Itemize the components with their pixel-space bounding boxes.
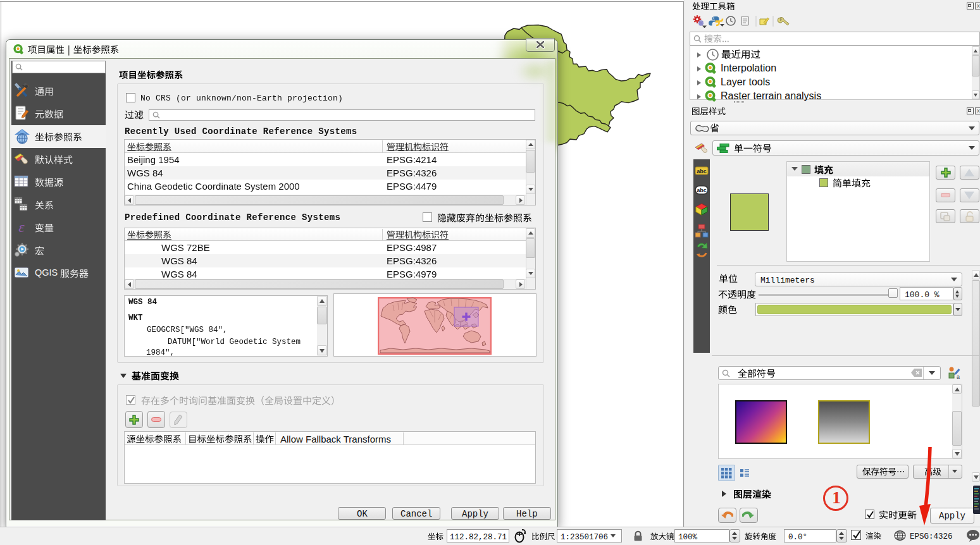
svg-text:abc: abc xyxy=(697,168,707,175)
svg-text:ε: ε xyxy=(18,219,25,235)
svg-text:a: a xyxy=(957,374,960,379)
svg-text:abc: abc xyxy=(697,187,707,193)
